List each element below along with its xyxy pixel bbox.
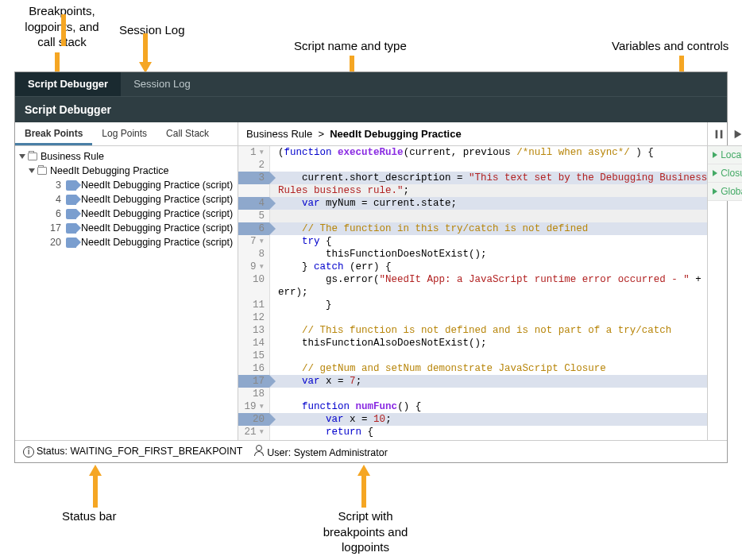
gutter[interactable]: 16 [238,362,270,375]
code-line[interactable]: 15 [238,350,707,362]
code-line[interactable]: 18 [238,388,707,400]
gutter[interactable]: 8 [238,248,270,261]
gutter[interactable]: 7▾ [238,235,270,248]
gutter[interactable]: 14 [238,337,270,350]
gutter[interactable]: 9▾ [238,261,270,273]
code-editor[interactable]: 1▾(function executeRule(current, previou… [238,146,707,440]
code-text: getNum: function() { [270,438,469,440]
gutter[interactable]: 11 [238,299,270,311]
code-line[interactable]: 8 thisFunctionDoesNotExist(); [238,248,707,261]
play-button[interactable] [732,128,742,141]
tab-breakpoints[interactable]: Break Points [15,122,92,145]
code-line[interactable]: 1▾(function executeRule(current, previou… [238,146,707,159]
breakpoint-label: NeedIt Debugging Practice (script) [81,180,233,191]
code-text: try { [270,235,332,248]
gutter[interactable]: 18 [238,388,270,400]
tree-root[interactable]: Business Rule [15,149,238,164]
chevron-right-icon [713,170,717,176]
line-number: 3 [42,180,61,191]
gutter[interactable]: 12 [238,311,270,324]
pause-button[interactable] [713,128,725,141]
line-number: 4 [42,194,61,205]
gutter[interactable]: 2 [238,159,270,172]
code-line[interactable]: 11 } [238,299,707,311]
code-line[interactable]: 12 [238,311,707,324]
breakpoint-item[interactable]: 6NeedIt Debugging Practice (script) [15,207,238,221]
arrow-up-icon [357,465,370,476]
breakpoint-icon [66,238,76,248]
user-icon [253,445,265,456]
gutter[interactable]: 17 [238,375,270,388]
code-line[interactable]: 19▾ function numFunc() { [238,400,707,413]
gutter[interactable]: 3 [238,172,270,184]
annotation-variables: Variables and controls [612,38,728,54]
code-line[interactable]: 13 // This function is not defined and i… [238,324,707,337]
gutter[interactable]: 22▾ [238,438,270,440]
code-line[interactable]: 6 // The function in this try/catch is n… [238,222,707,235]
breadcrumb-name: NeedIt Debugging Practice [330,128,461,140]
code-line[interactable]: 22▾ getNum: function() { [238,438,707,440]
gutter[interactable]: 19▾ [238,400,270,413]
info-icon: i [23,446,34,458]
code-line[interactable]: 5 [238,210,707,222]
code-text [270,210,278,222]
gutter[interactable]: 21▾ [238,426,270,438]
gutter[interactable]: 5 [238,210,270,222]
code-line[interactable]: 20 var x = 10; [238,413,707,426]
gutter[interactable]: 20 [238,413,270,426]
code-text: } catch (err) { [270,261,392,273]
code-line[interactable]: 17 var x = 7; [238,375,707,388]
code-line[interactable]: 16 // getNum and setNum demonstrate Java… [238,362,707,375]
status-value: WAITING_FOR_FIRST_BREAKPOINT [70,446,242,457]
code-text: var x = 7; [270,375,361,388]
gutter[interactable]: 1▾ [238,146,270,159]
gutter[interactable] [238,286,270,299]
code-line[interactable]: 9▾ } catch (err) { [238,261,707,273]
scope-closures[interactable]: Closures [708,164,742,183]
code-line[interactable]: 2 [238,159,707,172]
gutter[interactable] [238,184,270,197]
user-value: System Administrator [294,447,388,458]
code-line[interactable]: 21▾ return { [238,426,707,438]
scope-global[interactable]: Global [708,183,742,201]
code-text: err); [270,286,308,299]
code-line[interactable]: 14 thisFunctionAlsoDoesNotExist(); [238,337,707,350]
code-text: gs.error("NeedIt App: a JavaScript runti… [270,273,701,286]
code-line[interactable]: 4 var myNum = current.state; [238,197,707,210]
gutter[interactable]: 15 [238,350,270,362]
tree-script[interactable]: NeedIt Debugging Practice [15,164,238,178]
code-text: Rules business rule."; [270,184,409,197]
chevron-down-icon [19,154,25,159]
code-line[interactable]: 3 current.short_description = "This text… [238,172,707,184]
code-text [270,350,278,362]
breakpoint-item[interactable]: 20NeedIt Debugging Practice (script) [15,235,238,249]
tree-script-label: NeedIt Debugging Practice [50,165,168,176]
breakpoint-label: NeedIt Debugging Practice (script) [81,194,233,205]
code-line[interactable]: 7▾ try { [238,235,707,248]
gutter[interactable]: 13 [238,324,270,337]
breakpoint-item[interactable]: 3NeedIt Debugging Practice (script) [15,178,238,192]
annotation-sessionlog: Session Log [119,22,185,38]
top-tabs: Script Debugger Session Log [15,72,727,96]
code-text: } [270,299,332,311]
breakpoint-item[interactable]: 4NeedIt Debugging Practice (script) [15,192,238,207]
scope-local[interactable]: Local [708,146,742,164]
breakpoint-item[interactable]: 17NeedIt Debugging Practice (script) [15,221,238,235]
left-tabs: Break Points Log Points Call Stack [15,122,238,146]
tree-root-label: Business Rule [41,151,104,162]
code-line[interactable]: Rules business rule."; [238,184,707,197]
gutter[interactable]: 4 [238,197,270,210]
gutter[interactable]: 10 [238,273,270,286]
tab-logpoints[interactable]: Log Points [92,122,157,145]
code-line[interactable]: err); [238,286,707,299]
code-text [270,388,278,400]
status-label: Status: [37,446,68,457]
code-line[interactable]: 10 gs.error("NeedIt App: a JavaScript ru… [238,273,707,286]
tab-session-log[interactable]: Session Log [121,72,203,96]
status-bar: iStatus: WAITING_FOR_FIRST_BREAKPOINT Us… [15,440,727,462]
arrow-up-icon [89,465,102,476]
tab-script-debugger[interactable]: Script Debugger [15,72,121,96]
gutter[interactable]: 6 [238,222,270,235]
tab-callstack[interactable]: Call Stack [157,122,218,145]
code-text: current.short_description = "This text s… [270,172,707,184]
